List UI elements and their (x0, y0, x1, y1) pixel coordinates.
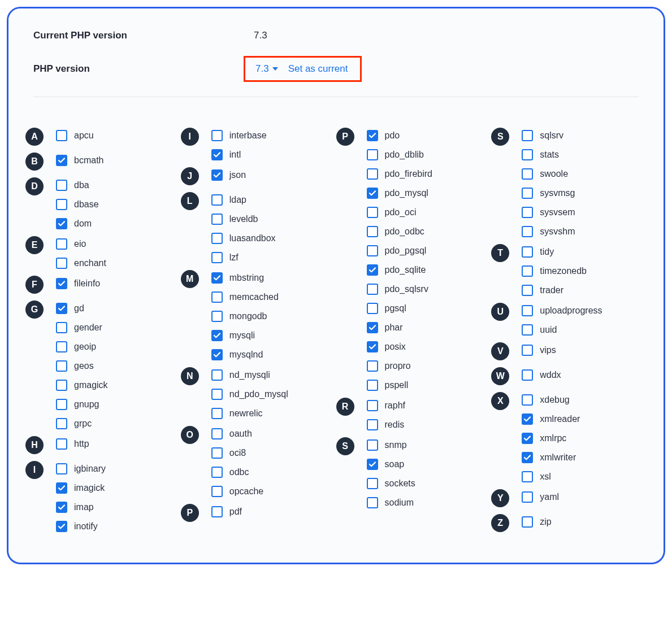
checkbox[interactable] (367, 459, 378, 470)
checkbox[interactable] (367, 245, 378, 256)
extension-item-pdo_odbc[interactable]: pdo_odbc (367, 226, 433, 237)
checkbox[interactable] (211, 252, 223, 263)
extension-item-odbc[interactable]: odbc (211, 467, 264, 478)
extension-item-xdebug[interactable]: xdebug (522, 394, 580, 406)
checkbox[interactable] (367, 400, 378, 411)
checkbox[interactable] (56, 180, 67, 191)
extension-item-gnupg[interactable]: gnupg (56, 399, 108, 410)
extension-item-gd[interactable]: gd (56, 303, 108, 314)
checkbox[interactable] (367, 130, 378, 141)
checkbox[interactable] (522, 491, 533, 503)
checkbox[interactable] (211, 149, 223, 160)
checkbox[interactable] (56, 303, 67, 314)
checkbox[interactable] (211, 214, 223, 225)
checkbox[interactable] (367, 322, 378, 333)
checkbox[interactable] (522, 433, 533, 444)
extension-item-pdo[interactable]: pdo (367, 130, 433, 141)
checkbox[interactable] (56, 380, 67, 391)
checkbox[interactable] (367, 303, 378, 314)
checkbox[interactable] (56, 399, 67, 410)
checkbox[interactable] (56, 341, 67, 352)
extension-item-xmlwriter[interactable]: xmlwriter (522, 452, 580, 463)
checkbox[interactable] (211, 506, 223, 517)
checkbox[interactable] (367, 188, 378, 199)
extension-item-propro[interactable]: propro (367, 360, 433, 372)
checkbox[interactable] (367, 284, 378, 295)
extension-item-intl[interactable]: intl (211, 149, 267, 160)
checkbox[interactable] (367, 341, 378, 352)
extension-item-uuid[interactable]: uuid (522, 324, 602, 336)
extension-item-xsl[interactable]: xsl (522, 471, 580, 482)
checkbox[interactable] (56, 130, 67, 141)
checkbox[interactable] (522, 324, 533, 336)
checkbox[interactable] (367, 380, 378, 391)
extension-item-sysvsem[interactable]: sysvsem (522, 207, 575, 218)
extension-item-nd_mysqli[interactable]: nd_mysqli (211, 369, 288, 381)
checkbox[interactable] (522, 471, 533, 482)
extension-item-json[interactable]: json (211, 169, 246, 181)
extension-item-enchant[interactable]: enchant (56, 258, 106, 269)
extension-item-sysvmsg[interactable]: sysvmsg (522, 188, 575, 199)
checkbox[interactable] (522, 149, 533, 160)
extension-item-interbase[interactable]: interbase (211, 130, 267, 141)
checkbox[interactable] (56, 521, 67, 532)
extension-item-posix[interactable]: posix (367, 341, 433, 352)
checkbox[interactable] (211, 447, 223, 459)
extension-item-opcache[interactable]: opcache (211, 486, 264, 497)
extension-item-sqlsrv[interactable]: sqlsrv (522, 130, 575, 141)
checkbox[interactable] (367, 264, 378, 276)
extension-item-pdo_firebird[interactable]: pdo_firebird (367, 168, 433, 180)
extension-item-geos[interactable]: geos (56, 360, 108, 372)
checkbox[interactable] (522, 130, 533, 141)
checkbox[interactable] (211, 369, 223, 381)
checkbox[interactable] (522, 246, 533, 258)
extension-item-pdo_pgsql[interactable]: pdo_pgsql (367, 245, 433, 256)
checkbox[interactable] (522, 226, 533, 237)
checkbox[interactable] (56, 360, 67, 372)
checkbox[interactable] (56, 258, 67, 269)
extension-item-lzf[interactable]: lzf (211, 252, 276, 263)
checkbox[interactable] (522, 305, 533, 316)
extension-item-dom[interactable]: dom (56, 218, 99, 229)
extension-item-dbase[interactable]: dbase (56, 199, 99, 210)
checkbox[interactable] (522, 207, 533, 218)
extension-item-phar[interactable]: phar (367, 322, 433, 333)
checkbox[interactable] (211, 194, 223, 206)
checkbox[interactable] (56, 463, 67, 474)
extension-item-mbstring[interactable]: mbstring (211, 272, 279, 284)
checkbox[interactable] (367, 419, 378, 430)
checkbox[interactable] (367, 226, 378, 237)
extension-item-grpc[interactable]: grpc (56, 418, 108, 429)
checkbox[interactable] (211, 349, 223, 360)
extension-item-sodium[interactable]: sodium (367, 497, 415, 508)
extension-item-nd_pdo_mysql[interactable]: nd_pdo_mysql (211, 389, 288, 400)
checkbox[interactable] (367, 478, 378, 489)
checkbox[interactable] (367, 497, 378, 508)
extension-item-imap[interactable]: imap (56, 502, 106, 513)
extension-item-dba[interactable]: dba (56, 180, 99, 191)
checkbox[interactable] (522, 285, 533, 296)
extension-item-yaml[interactable]: yaml (522, 491, 559, 503)
checkbox[interactable] (211, 233, 223, 244)
checkbox[interactable] (367, 439, 378, 451)
extension-item-uploadprogress[interactable]: uploadprogress (522, 305, 602, 316)
extension-item-ldap[interactable]: ldap (211, 194, 276, 206)
extension-item-tidy[interactable]: tidy (522, 246, 587, 258)
checkbox[interactable] (211, 467, 223, 478)
checkbox[interactable] (56, 278, 67, 289)
extension-item-vips[interactable]: vips (522, 345, 556, 356)
extension-item-pdo_sqlsrv[interactable]: pdo_sqlsrv (367, 284, 433, 295)
checkbox[interactable] (56, 238, 67, 250)
extension-item-pgsql[interactable]: pgsql (367, 303, 433, 314)
checkbox[interactable] (367, 360, 378, 372)
extension-item-sockets[interactable]: sockets (367, 478, 415, 489)
extension-item-mongodb[interactable]: mongodb (211, 311, 279, 322)
extension-item-timezonedb[interactable]: timezonedb (522, 265, 587, 277)
extension-item-xmlreader[interactable]: xmlreader (522, 413, 580, 425)
extension-item-igbinary[interactable]: igbinary (56, 463, 106, 474)
extension-item-bcmath[interactable]: bcmath (56, 155, 103, 166)
extension-item-raphf[interactable]: raphf (367, 400, 405, 411)
extension-item-stats[interactable]: stats (522, 149, 575, 160)
checkbox[interactable] (211, 486, 223, 497)
checkbox[interactable] (367, 149, 378, 160)
